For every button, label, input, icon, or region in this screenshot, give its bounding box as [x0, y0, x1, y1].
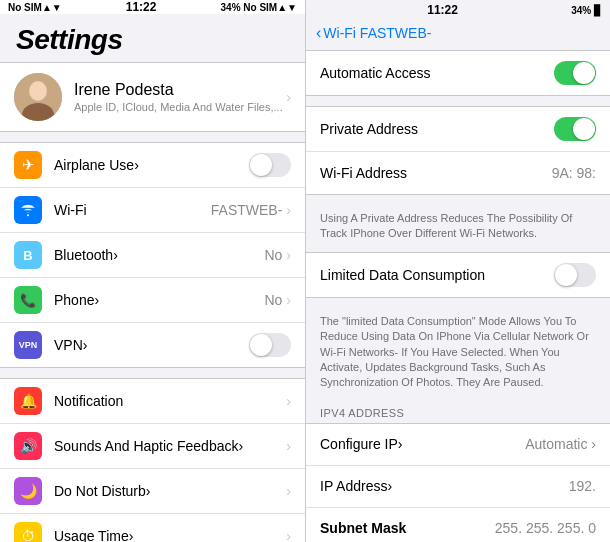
- sounds-label: Sounds And Haptic Feedback›: [54, 438, 286, 454]
- dnd-icon: 🌙: [14, 477, 42, 505]
- status-right-battery: 34% ▊: [571, 5, 602, 16]
- ip-address-value: 192.: [569, 478, 596, 494]
- limited-section: Limited Data Consumption: [306, 252, 610, 298]
- right-nav: ‹ Wi-Fi FASTWEB-: [306, 20, 610, 50]
- wifi-icon: [14, 196, 42, 224]
- auto-access-row[interactable]: Automatic Access: [306, 51, 610, 95]
- bluetooth-label: Bluetooth›: [54, 247, 264, 263]
- back-chevron-icon: ‹: [316, 24, 321, 42]
- usage-icon: ⏱: [14, 522, 42, 542]
- ipv4-header: IPV4 ADDRESS: [306, 401, 610, 423]
- subnet-label: Subnet Mask: [320, 520, 406, 536]
- airplane-row[interactable]: ✈ Airplane Use›: [0, 143, 305, 188]
- private-address-label: Private Address: [320, 121, 418, 137]
- private-info: Using A Private Address Reduces The Poss…: [306, 205, 610, 252]
- wifi-address-value: 9A: 98:: [552, 165, 596, 181]
- ipv4-section: Configure IP› Automatic › IP Address› 19…: [306, 423, 610, 542]
- sim-a-label: No SIM▲▼: [8, 2, 62, 13]
- usage-chevron: ›: [286, 528, 291, 542]
- vpn-toggle[interactable]: [249, 333, 291, 357]
- bluetooth-icon: B: [14, 241, 42, 269]
- phone-chevron: ›: [286, 292, 291, 308]
- phone-icon: 📞: [14, 286, 42, 314]
- wifi-value-wrap: FASTWEB- ›: [211, 202, 291, 218]
- dnd-row[interactable]: 🌙 Do Not Disturb› ›: [0, 469, 305, 514]
- configure-ip-row[interactable]: Configure IP› Automatic ›: [306, 424, 610, 466]
- notification-icon: 🔔: [14, 387, 42, 415]
- private-address-toggle[interactable]: [554, 117, 596, 141]
- phone-row[interactable]: 📞 Phone› No ›: [0, 278, 305, 323]
- settings-title: Settings: [0, 14, 305, 62]
- subnet-row: Subnet Mask 255. 255. 255. 0: [306, 508, 610, 542]
- wifi-row[interactable]: Wi-Fi FASTWEB- ›: [0, 188, 305, 233]
- vpn-icon: VPN: [14, 331, 42, 359]
- phone-value: No: [264, 292, 282, 308]
- airplane-icon: ✈: [14, 151, 42, 179]
- configure-ip-label: Configure IP›: [320, 436, 402, 452]
- auto-access-toggle[interactable]: [554, 61, 596, 85]
- configure-ip-value: Automatic ›: [525, 436, 596, 452]
- wifi-label: Wi-Fi: [54, 202, 211, 218]
- svg-point-3: [30, 82, 46, 100]
- wifi-value: FASTWEB-: [211, 202, 283, 218]
- limited-desc: The "limited Data Consumption" Mode Allo…: [306, 308, 610, 401]
- svg-point-4: [27, 214, 29, 216]
- avatar: [14, 73, 62, 121]
- profile-text: Irene Podesta Apple ID, ICloud, Media An…: [74, 81, 286, 113]
- wifi-address-label: Wi-Fi Address: [320, 165, 407, 181]
- notification-chevron: ›: [286, 393, 291, 409]
- dnd-chevron: ›: [286, 483, 291, 499]
- airplane-label: Airplane Use›: [54, 157, 249, 173]
- status-bar-left: No SIM▲▼ 11:22 34% No SIM▲▼: [0, 0, 305, 14]
- battery-left: 34% No SIM▲▼: [221, 2, 297, 13]
- dnd-label: Do Not Disturb›: [54, 483, 286, 499]
- private-section: Private Address Wi-Fi Address 9A: 98:: [306, 106, 610, 195]
- section-group-1: ✈ Airplane Use› Wi-Fi FASTWEB- › B Bluet…: [0, 142, 305, 368]
- limited-row[interactable]: Limited Data Consumption: [306, 253, 610, 297]
- limited-toggle[interactable]: [554, 263, 596, 287]
- profile-row[interactable]: Irene Podesta Apple ID, ICloud, Media An…: [0, 62, 305, 132]
- notification-row[interactable]: 🔔 Notification ›: [0, 379, 305, 424]
- vpn-row[interactable]: VPN VPN›: [0, 323, 305, 367]
- profile-chevron: ›: [286, 89, 291, 105]
- notification-label: Notification: [54, 393, 286, 409]
- profile-name: Irene Podesta: [74, 81, 286, 99]
- subnet-value: 255. 255. 255. 0: [495, 520, 596, 536]
- right-panel: 11:22 34% ▊ ‹ Wi-Fi FASTWEB- Automatic A…: [305, 0, 610, 542]
- section-group-2: 🔔 Notification › 🔊 Sounds And Haptic Fee…: [0, 378, 305, 542]
- ip-address-label: IP Address›: [320, 478, 392, 494]
- left-panel: No SIM▲▼ 11:22 34% No SIM▲▼ Settings Ire…: [0, 0, 305, 542]
- status-right-time: 11:22: [427, 3, 458, 17]
- bluetooth-value-wrap: No ›: [264, 247, 291, 263]
- phone-label: Phone›: [54, 292, 264, 308]
- wifi-chevron: ›: [286, 202, 291, 218]
- ip-address-row[interactable]: IP Address› 192.: [306, 466, 610, 508]
- auto-access-section: Automatic Access: [306, 50, 610, 96]
- airplane-toggle-wrap: [249, 153, 291, 177]
- usage-row[interactable]: ⏱ Usage Time› ›: [0, 514, 305, 542]
- auto-access-label: Automatic Access: [320, 65, 431, 81]
- vpn-toggle-wrap: [249, 333, 291, 357]
- sounds-row[interactable]: 🔊 Sounds And Haptic Feedback› ›: [0, 424, 305, 469]
- vpn-label: VPN›: [54, 337, 249, 353]
- phone-value-wrap: No ›: [264, 292, 291, 308]
- private-address-row[interactable]: Private Address: [306, 107, 610, 152]
- limited-label: Limited Data Consumption: [320, 267, 485, 283]
- usage-label: Usage Time›: [54, 528, 286, 542]
- status-bar-right: 11:22 34% ▊: [306, 0, 610, 20]
- back-label: Wi-Fi FASTWEB-: [323, 25, 431, 41]
- time-left: 11:22: [126, 0, 157, 14]
- profile-sub: Apple ID, ICloud, Media And Water Files,…: [74, 101, 286, 113]
- bluetooth-row[interactable]: B Bluetooth› No ›: [0, 233, 305, 278]
- bluetooth-chevron: ›: [286, 247, 291, 263]
- wifi-address-row: Wi-Fi Address 9A: 98:: [306, 152, 610, 194]
- sounds-icon: 🔊: [14, 432, 42, 460]
- airplane-toggle[interactable]: [249, 153, 291, 177]
- bluetooth-value: No: [264, 247, 282, 263]
- back-button[interactable]: ‹ Wi-Fi FASTWEB-: [316, 24, 431, 42]
- sounds-chevron: ›: [286, 438, 291, 454]
